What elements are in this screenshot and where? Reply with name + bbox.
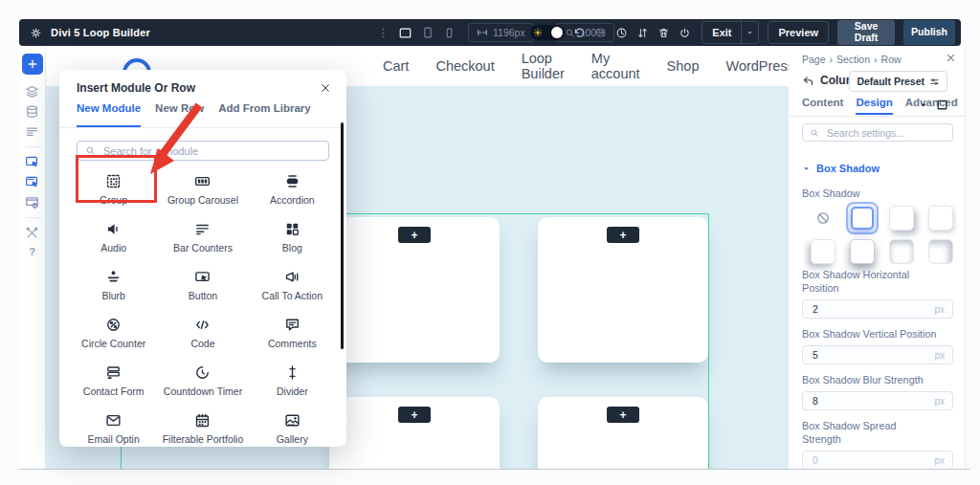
loop-card[interactable]: + <box>329 217 500 363</box>
tab-overflow-caret-icon[interactable] <box>919 100 928 110</box>
module-item-accordion[interactable]: Accordion <box>248 165 337 212</box>
field-input-box: px <box>802 345 953 364</box>
trash-icon[interactable] <box>657 27 670 39</box>
preview-button[interactable]: Preview <box>768 21 829 44</box>
module-item-comments[interactable]: Comments <box>248 308 337 356</box>
shadow-preset-selected-glow[interactable] <box>845 205 879 231</box>
rail-add-module-icon[interactable] <box>22 54 43 75</box>
nav-item[interactable]: My account <box>591 51 640 81</box>
shadow-preset-inset-corner[interactable] <box>924 238 957 265</box>
panel-close-icon[interactable] <box>946 53 956 63</box>
rail-insert-row-icon[interactable] <box>25 175 39 189</box>
nav-item[interactable]: WordPress <box>725 58 789 74</box>
field-unit: px <box>934 304 945 315</box>
nav-item[interactable]: Loop Builder <box>522 51 565 81</box>
module-item-email-optin[interactable]: Email Optin <box>69 404 158 452</box>
rail-builder-tools-icon[interactable] <box>25 226 39 240</box>
toggle-knob <box>551 27 563 38</box>
module-accordion-icon <box>284 172 301 189</box>
nav-item[interactable]: Shop <box>667 58 700 74</box>
module-item-blog[interactable]: Blog <box>248 212 337 260</box>
module-item-code[interactable]: Code <box>158 308 247 356</box>
history-clock-icon[interactable] <box>615 27 628 39</box>
field-input[interactable] <box>811 394 934 408</box>
rail-help-icon[interactable]: ? <box>29 246 35 257</box>
module-divider-icon <box>284 364 301 381</box>
module-item-blurb[interactable]: Blurb <box>69 260 158 308</box>
sort-arrows-icon[interactable] <box>636 27 649 39</box>
phone-view-icon[interactable] <box>443 27 456 39</box>
panel-tab-design[interactable]: Design <box>856 97 892 115</box>
settings-search[interactable] <box>802 123 953 142</box>
modal-title: Insert Module Or Row <box>77 81 195 95</box>
loop-card[interactable]: + <box>329 397 500 469</box>
shadow-preset-bottom-strong[interactable] <box>845 238 879 265</box>
settings-search-input[interactable] <box>825 126 958 140</box>
breadcrumb-page[interactable]: Page <box>802 54 826 65</box>
shadow-preset-none[interactable] <box>806 205 839 231</box>
nav-item[interactable]: Checkout <box>435 58 494 74</box>
breadcrumb-row[interactable]: Row <box>881 54 902 65</box>
rail-layers-icon[interactable] <box>25 84 39 99</box>
shadow-preset-square <box>928 239 953 264</box>
module-item-button[interactable]: Button <box>158 260 247 308</box>
rail-insert-module-icon[interactable] <box>25 155 39 169</box>
field-input-box: px <box>802 299 953 319</box>
back-arrow-icon[interactable] <box>802 75 814 87</box>
add-module-chip[interactable]: + <box>607 407 639 423</box>
add-module-chip[interactable]: + <box>607 227 639 243</box>
exit-split-button: Exit <box>702 21 759 44</box>
modal-tab-new-module[interactable]: New Module <box>77 102 141 127</box>
module-item-bar-counters[interactable]: Bar Counters <box>158 212 247 260</box>
exit-button[interactable]: Exit <box>702 27 741 38</box>
breadcrumb-section[interactable]: Section <box>836 54 870 65</box>
shadow-preset-square <box>889 239 914 264</box>
light-dark-toggle[interactable] <box>530 25 565 40</box>
module-item-divider[interactable]: Divider <box>248 356 337 404</box>
portability-power-icon[interactable] <box>679 27 691 39</box>
loop-card[interactable]: + <box>538 397 708 469</box>
tablet-view-icon[interactable] <box>421 26 434 39</box>
kebab-menu-icon[interactable] <box>377 27 390 39</box>
box-shadow-section-header[interactable]: Box Shadow <box>802 163 880 174</box>
field-box-shadow-vertical-position: Box Shadow Vertical Positionpx <box>802 327 953 364</box>
module-item-filterable-portfolio[interactable]: Filterable Portfolio <box>158 404 247 452</box>
shadow-preset-bottom[interactable] <box>924 205 957 231</box>
shadow-preset-bottom-left[interactable] <box>806 238 839 265</box>
module-blog-icon <box>284 220 301 237</box>
shadow-preset-bottom-right[interactable] <box>884 205 918 231</box>
rail-loop-data-icon[interactable] <box>25 104 39 119</box>
module-label: Email Optin <box>88 433 140 445</box>
breadcrumb: Page›Section›Row <box>802 54 902 65</box>
desktop-view-icon[interactable] <box>398 26 412 40</box>
nav-item[interactable]: Cart <box>383 58 409 74</box>
shadow-preset-inset-top[interactable] <box>884 238 918 265</box>
save-draft-button[interactable]: Save Draft <box>837 20 895 45</box>
viewport-width-box[interactable]: 1196px <box>468 23 534 42</box>
modal-scrollbar-thumb[interactable] <box>341 122 344 349</box>
module-item-contact-form[interactable]: Contact Form <box>69 356 158 404</box>
module-item-call-to-action[interactable]: Call To Action <box>248 260 337 308</box>
settings-gear-icon[interactable] <box>30 27 42 39</box>
add-module-chip[interactable]: + <box>398 227 431 243</box>
publish-button[interactable]: Publish <box>903 20 955 45</box>
loop-card[interactable]: + <box>538 217 708 363</box>
modal-close-icon[interactable] <box>320 82 331 94</box>
panel-scrollbar[interactable] <box>965 46 980 469</box>
field-input[interactable] <box>811 348 934 362</box>
exit-caret-icon[interactable] <box>741 22 758 43</box>
modal-tab-add-from-library[interactable]: Add From Library <box>218 102 310 127</box>
add-module-chip[interactable]: + <box>398 407 431 423</box>
rail-page-settings-icon[interactable] <box>25 195 39 209</box>
rail-outline-list-icon[interactable] <box>25 124 39 139</box>
field-input[interactable] <box>811 302 934 316</box>
field-label: Box Shadow Spread Strength <box>802 419 938 446</box>
extend-styles-icon[interactable] <box>936 99 948 111</box>
default-preset-button[interactable]: Default Preset <box>849 71 947 92</box>
module-item-audio[interactable]: Audio <box>69 212 158 260</box>
field-input[interactable] <box>811 453 934 467</box>
panel-tab-content[interactable]: Content <box>802 97 843 115</box>
module-item-gallery[interactable]: Gallery <box>248 404 337 452</box>
module-item-countdown-timer[interactable]: Countdown Timer <box>158 356 247 404</box>
module-item-circle-counter[interactable]: Circle Counter <box>69 308 158 356</box>
